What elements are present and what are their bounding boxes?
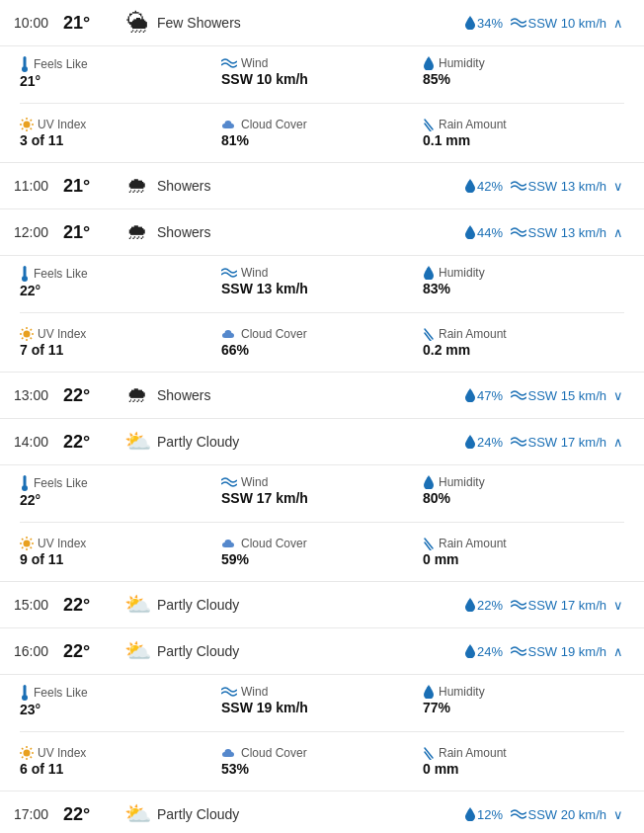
uv-index-value: 3 of 11 <box>20 132 221 148</box>
humidity-icon <box>423 685 435 699</box>
svg-point-27 <box>22 485 28 491</box>
temperature: 21° <box>63 222 118 243</box>
wind-item: Wind SSW 17 km/h <box>221 475 423 508</box>
feels-like-item: Feels Like 21° <box>20 56 221 89</box>
uv-index-value: 7 of 11 <box>20 342 221 358</box>
expand-chevron[interactable]: ∨ <box>606 807 630 822</box>
svg-line-8 <box>31 128 32 129</box>
weather-row: 12:00 21° 🌧 Showers 44% SSW 13 km/h ∧ <box>0 209 644 256</box>
humidity-label: Humidity <box>423 685 624 699</box>
rain-amount-value: 0.2 mm <box>423 342 624 358</box>
uv-icon <box>20 746 34 760</box>
svg-point-28 <box>24 541 31 547</box>
detail-divider <box>20 731 624 732</box>
cloud-icon <box>221 747 237 759</box>
time-label: 16:00 <box>14 643 63 659</box>
svg-line-34 <box>31 547 32 548</box>
cloud-icon <box>221 538 237 549</box>
svg-line-47 <box>31 757 32 758</box>
raindrop-icon <box>465 435 475 449</box>
time-label: 11:00 <box>14 178 63 194</box>
uv-icon <box>20 118 34 131</box>
svg-rect-13 <box>24 266 27 277</box>
uv-index-label: UV Index <box>20 537 221 550</box>
expand-chevron[interactable]: ∨ <box>606 598 630 613</box>
expand-chevron[interactable]: ∧ <box>606 16 630 31</box>
condition-label: Showers <box>157 387 443 403</box>
cloud-icon <box>221 328 237 340</box>
condition-label: Partly Cloudy <box>157 597 443 613</box>
weather-row: 11:00 21° 🌧 Showers 42% SSW 13 km/h ∨ <box>0 163 644 209</box>
svg-point-41 <box>24 750 31 757</box>
thermometer-icon <box>20 266 30 282</box>
wind-info: SSW 15 km/h <box>503 388 606 403</box>
precipitation: 42% <box>443 179 503 194</box>
expand-chevron[interactable]: ∨ <box>606 179 630 194</box>
cloud-cover-value: 66% <box>221 342 423 358</box>
svg-rect-39 <box>24 685 27 696</box>
rain-amount-item: Rain Amount 0.2 mm <box>423 327 624 358</box>
wind-icon <box>511 645 526 657</box>
humidity-label: Humidity <box>423 266 624 280</box>
condition-label: Partly Cloudy <box>157 806 443 822</box>
uv-index-label: UV Index <box>20 746 221 760</box>
weather-row: 10:00 21° 🌦 Few Showers 34% SSW 10 km/h … <box>0 0 644 46</box>
detail-divider <box>20 312 624 313</box>
wind-info: SSW 10 km/h <box>503 16 606 31</box>
rain-amount-icon <box>423 537 435 550</box>
cloud-cover-label: Cloud Cover <box>221 118 423 131</box>
feels-like-label: Feels Like <box>20 56 221 72</box>
cloud-cover-item: Cloud Cover 66% <box>221 327 423 358</box>
temperature: 22° <box>63 432 118 453</box>
uv-index-item: UV Index 9 of 11 <box>20 537 221 567</box>
wind-label: Wind <box>221 56 423 70</box>
weather-row: 15:00 22° ⛅ Partly Cloudy 22% SSW 17 km/… <box>0 582 644 628</box>
wind-detail-icon <box>221 686 237 698</box>
raindrop-icon <box>465 179 475 193</box>
humidity-icon <box>423 56 435 70</box>
wind-info: SSW 17 km/h <box>503 598 606 613</box>
raindrop-icon <box>465 807 475 821</box>
svg-point-15 <box>24 331 31 338</box>
precipitation: 24% <box>443 644 503 659</box>
condition-label: Showers <box>157 224 443 240</box>
temperature: 21° <box>63 176 118 197</box>
feels-like-value: 23° <box>20 702 221 717</box>
wind-item: Wind SSW 10 km/h <box>221 56 423 89</box>
svg-line-36 <box>22 547 23 548</box>
rain-amount-item: Rain Amount 0.1 mm <box>423 118 624 148</box>
rain-amount-icon <box>423 118 435 131</box>
feels-like-value: 22° <box>20 283 221 298</box>
wind-icon <box>511 389 526 401</box>
detail-divider <box>20 103 624 104</box>
precipitation: 44% <box>443 225 503 240</box>
svg-point-14 <box>22 276 28 282</box>
humidity-label: Humidity <box>423 56 624 70</box>
weather-icon: ⛅ <box>118 592 157 618</box>
condition-label: Showers <box>157 178 443 194</box>
raindrop-icon <box>465 388 475 402</box>
uv-index-value: 6 of 11 <box>20 761 221 777</box>
condition-label: Partly Cloudy <box>157 434 443 450</box>
expand-chevron[interactable]: ∧ <box>606 644 630 659</box>
expand-chevron[interactable]: ∨ <box>606 388 630 403</box>
feels-like-label: Feels Like <box>20 475 221 491</box>
condition-label: Few Showers <box>157 15 443 31</box>
svg-point-40 <box>22 695 28 701</box>
humidity-icon <box>423 266 435 280</box>
expand-chevron[interactable]: ∧ <box>606 435 630 450</box>
expand-chevron[interactable]: ∧ <box>606 225 630 240</box>
cloud-cover-label: Cloud Cover <box>221 746 423 760</box>
temperature: 21° <box>63 13 118 34</box>
raindrop-icon <box>465 644 475 658</box>
cloud-cover-value: 53% <box>221 761 423 777</box>
precipitation: 12% <box>443 807 503 822</box>
uv-index-label: UV Index <box>20 327 221 341</box>
weather-icon: ⛅ <box>118 429 157 455</box>
temperature: 22° <box>63 595 118 616</box>
cloud-cover-item: Cloud Cover 81% <box>221 118 423 148</box>
precipitation: 24% <box>443 435 503 450</box>
humidity-item: Humidity 77% <box>423 685 624 717</box>
wind-icon <box>511 599 526 611</box>
feels-like-value: 21° <box>20 73 221 89</box>
